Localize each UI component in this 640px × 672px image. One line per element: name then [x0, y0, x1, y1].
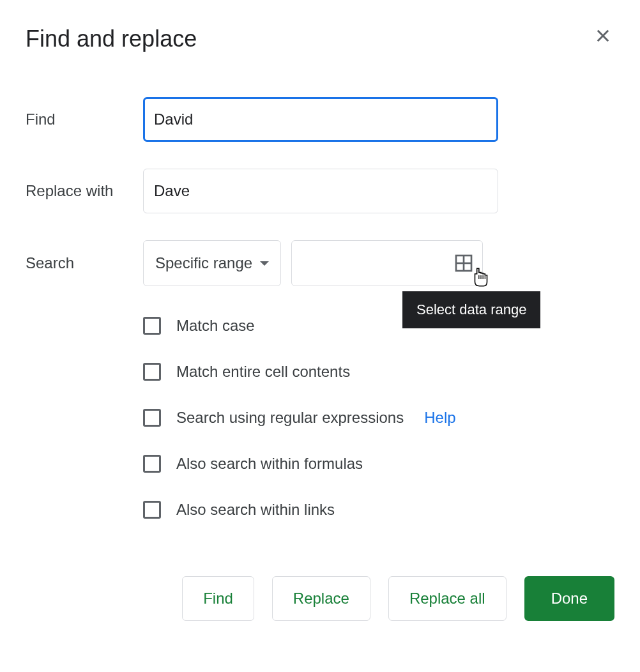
formulas-checkbox[interactable]	[143, 455, 161, 473]
grid-icon	[453, 253, 474, 273]
match-case-label: Match case	[176, 317, 255, 335]
replace-all-button[interactable]: Replace all	[388, 576, 507, 621]
search-label: Search	[26, 254, 143, 272]
select-range-button[interactable]	[453, 253, 474, 273]
find-replace-dialog: Find and replace Find Replace with Searc…	[0, 0, 640, 672]
range-input-wrapper	[291, 240, 483, 286]
dialog-header: Find and replace	[26, 26, 614, 52]
select-range-tooltip: Select data range	[402, 291, 540, 328]
links-checkbox[interactable]	[143, 501, 161, 519]
find-input[interactable]	[143, 97, 498, 142]
dropdown-label: Specific range	[155, 254, 252, 272]
options-section: Match case Match entire cell contents Se…	[143, 317, 614, 519]
search-scope-dropdown[interactable]: Specific range	[143, 240, 281, 286]
links-row: Also search within links	[143, 501, 614, 519]
replace-button[interactable]: Replace	[272, 576, 370, 621]
find-label: Find	[26, 111, 143, 128]
chevron-down-icon	[260, 261, 269, 266]
find-row: Find	[26, 97, 614, 142]
match-entire-checkbox[interactable]	[143, 363, 161, 381]
regex-checkbox[interactable]	[143, 409, 161, 427]
done-button[interactable]: Done	[524, 576, 614, 621]
regex-label: Search using regular expressions	[176, 409, 404, 427]
replace-row: Replace with	[26, 169, 614, 213]
formulas-row: Also search within formulas	[143, 455, 614, 473]
search-row: Search Specific range	[26, 240, 614, 286]
match-entire-row: Match entire cell contents	[143, 363, 614, 381]
match-case-checkbox[interactable]	[143, 317, 161, 335]
links-label: Also search within links	[176, 501, 335, 519]
close-button[interactable]	[591, 24, 614, 50]
regex-row: Search using regular expressions Help	[143, 409, 614, 427]
match-entire-label: Match entire cell contents	[176, 363, 350, 381]
dialog-title: Find and replace	[26, 26, 197, 52]
match-case-row: Match case	[143, 317, 614, 335]
replace-input[interactable]	[143, 169, 498, 213]
regex-help-link[interactable]: Help	[424, 409, 455, 427]
close-icon	[594, 27, 612, 45]
formulas-label: Also search within formulas	[176, 455, 363, 473]
find-button[interactable]: Find	[182, 576, 254, 621]
replace-label: Replace with	[26, 182, 143, 200]
button-row: Find Replace Replace all Done	[26, 576, 614, 621]
